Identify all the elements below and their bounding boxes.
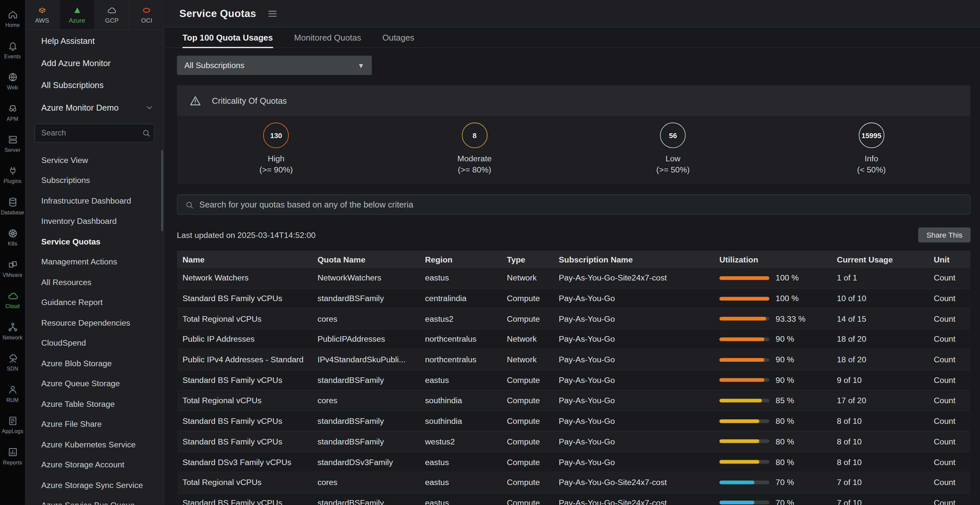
status-bar: Last updated on 2025-03-14T14:52:00 Shar…: [177, 227, 970, 243]
rail-item-database[interactable]: Database: [0, 191, 25, 222]
rail-item-web[interactable]: Web: [0, 65, 25, 97]
cell-region: eastus: [419, 375, 501, 385]
sidebar-item-cloudspend[interactable]: CloudSpend: [25, 333, 164, 353]
table-row[interactable]: Standard BS Family vCPUsstandardBSFamily…: [177, 431, 970, 452]
account-selector[interactable]: Azure Monitor Demo: [25, 97, 164, 119]
cell-type: Compute: [501, 457, 553, 467]
sidebar-item-azure-file-share[interactable]: Azure File Share: [25, 414, 164, 434]
table-row[interactable]: Total Regional vCPUscoreseastusComputePa…: [177, 472, 970, 492]
stat-label: Info: [865, 154, 878, 163]
sidebar-item-azure-storage-sync-service[interactable]: Azure Storage Sync Service: [25, 475, 164, 495]
app-window: HomeEventsWebAPMServerPluginsDatabaseK8s…: [0, 0, 980, 505]
table-row[interactable]: Public IP AddressesPublicIPAddressesnort…: [177, 329, 970, 349]
table-row[interactable]: Total Regional vCPUscoreseastus2ComputeP…: [177, 309, 970, 329]
cell-current-usage: 17 of 20: [831, 396, 928, 405]
cell-utilization: 85 %: [714, 396, 831, 405]
cell-unit: Count: [928, 294, 971, 303]
quota-search-input[interactable]: [199, 200, 963, 210]
sidebar-menu-add-azure-monitor[interactable]: Add Azure Monitor: [25, 52, 164, 74]
rail-item-apm[interactable]: APM: [0, 97, 25, 128]
utilization-text: 90 %: [776, 335, 794, 344]
rail-item-home[interactable]: Home: [0, 3, 25, 34]
cell-region: southindia: [419, 396, 501, 405]
sidebar-item-guidance-report[interactable]: Guidance Report: [25, 292, 164, 313]
rail-item-rum[interactable]: RUM: [0, 378, 25, 409]
sidebar-item-azure-kubernetes-service[interactable]: Azure Kubernetes Service: [25, 434, 164, 454]
table-row[interactable]: Network WatchersNetworkWatcherseastusNet…: [177, 268, 970, 288]
menu-icon[interactable]: [267, 8, 278, 19]
sidebar-item-subscriptions[interactable]: Subscriptions: [25, 170, 164, 191]
rail-item-events[interactable]: Events: [0, 34, 25, 65]
sidebar-item-service-quotas[interactable]: Service Quotas: [25, 231, 164, 251]
sidebar-item-service-view[interactable]: Service View: [25, 150, 164, 170]
rail-item-applogs[interactable]: AppLogs: [0, 410, 25, 440]
cell-current-usage: 9 of 10: [831, 375, 928, 385]
rail-item-server[interactable]: Server: [0, 128, 25, 159]
rail-item-plugins[interactable]: Plugins: [0, 159, 25, 191]
sidebar-item-azure-storage-account[interactable]: Azure Storage Account: [25, 454, 164, 475]
cell-quota-name: standardBSFamily: [312, 294, 419, 303]
rail-item-label: AppLogs: [2, 428, 23, 434]
cell-subscription: Pay-As-You-Go: [553, 335, 714, 344]
sidebar-item-all-resources[interactable]: All Resources: [25, 272, 164, 292]
sidebar-item-azure-table-storage[interactable]: Azure Table Storage: [25, 394, 164, 414]
table-row[interactable]: Standard BS Family vCPUsstandardBSFamily…: [177, 370, 970, 391]
utilization-bar-fill: [719, 358, 764, 361]
sidebar-menu-help-assistant[interactable]: Help Assistant: [25, 30, 164, 52]
sidebar-item-management-actions[interactable]: Management Actions: [25, 252, 164, 272]
cell-subscription: Pay-As-You-Go: [553, 294, 714, 303]
share-this-button[interactable]: Share This: [918, 227, 970, 243]
rail-item-cloud[interactable]: Cloud: [0, 284, 25, 316]
table-row[interactable]: Total Regional vCPUscoressouthindiaCompu…: [177, 391, 970, 411]
sidebar-item-infrastructure-dashboard[interactable]: Infrastructure Dashboard: [25, 191, 164, 211]
criticality-stat-info: 15995Info(< 50%): [772, 122, 970, 174]
provider-tab-gcp[interactable]: GCP: [95, 0, 129, 29]
rail-item-k8s[interactable]: K8s: [0, 222, 25, 253]
cell-type: Network: [501, 273, 553, 283]
sidebar-item-azure-queue-storage[interactable]: Azure Queue Storage: [25, 373, 164, 394]
column-header-utilization: Utilization: [714, 255, 831, 264]
table-row[interactable]: Public IPv4 Addresses - StandardIPv4Stan…: [177, 350, 970, 370]
quota-search[interactable]: [177, 194, 970, 215]
stat-sublabel: (>= 50%): [656, 165, 690, 175]
tab-outages[interactable]: Outages: [382, 27, 414, 48]
table-row[interactable]: Standard BS Family vCPUsstandardBSFamily…: [177, 289, 970, 309]
tab-top-100-quota-usages[interactable]: Top 100 Quota Usages: [183, 27, 273, 48]
sidebar-search-input[interactable]: [41, 129, 142, 137]
cell-current-usage: 7 of 10: [831, 478, 928, 487]
rail-item-sdn[interactable]: SDN: [0, 347, 25, 378]
rail-item-vmware[interactable]: VMware: [0, 253, 25, 284]
table-row[interactable]: Standard DSv3 Family vCPUsstandardDSv3Fa…: [177, 452, 970, 472]
tab-monitored-quotas[interactable]: Monitored Quotas: [294, 27, 361, 48]
sidebar-scrollbar[interactable]: [161, 150, 163, 231]
sidebar-item-label: Inventory Dashboard: [41, 216, 116, 226]
page-title: Service Quotas: [179, 8, 256, 19]
rail-item-label: Network: [3, 335, 22, 341]
sidebar-menu-all-subscriptions[interactable]: All Subscriptions: [25, 74, 164, 97]
vmware-icon: [7, 259, 18, 270]
table-row[interactable]: Standard BS Family vCPUsstandardBSFamily…: [177, 411, 970, 431]
utilization-text: 80 %: [776, 457, 794, 467]
cell-unit: Count: [928, 355, 971, 365]
sidebar-item-inventory-dashboard[interactable]: Inventory Dashboard: [25, 211, 164, 231]
stat-value: 8: [473, 132, 477, 139]
sidebar-item-azure-service-bus-queue[interactable]: Azure Service Bus Queue: [25, 495, 164, 505]
rail-item-network[interactable]: Network: [0, 316, 25, 346]
sidebar-item-azure-blob-storage[interactable]: Azure Blob Storage: [25, 353, 164, 373]
column-header-unit: Unit: [928, 255, 971, 264]
provider-tab-aws[interactable]: AWS: [25, 0, 60, 29]
sidebar-search[interactable]: [34, 124, 154, 142]
cell-quota-name: standardDSv3Family: [312, 457, 419, 467]
table-row[interactable]: Standard BS Family vCPUsstandardBSFamily…: [177, 493, 970, 505]
tab-label: Outages: [382, 33, 414, 42]
sidebar-item-resource-dependencies[interactable]: Resource Dependencies: [25, 313, 164, 333]
provider-tab-azure[interactable]: Azure: [60, 0, 95, 29]
provider-tab-oci[interactable]: OCI: [130, 0, 164, 29]
rail-item-reports[interactable]: Reports: [0, 440, 25, 472]
utilization-text: 80 %: [776, 416, 794, 426]
cell-utilization: 70 %: [714, 498, 831, 505]
cell-region: southindia: [419, 416, 501, 426]
subscription-dropdown[interactable]: All Subscriptions ▼: [177, 56, 372, 75]
cell-current-usage: 1 of 1: [831, 273, 928, 283]
sidebar-item-label: Azure Kubernetes Service: [41, 440, 135, 449]
